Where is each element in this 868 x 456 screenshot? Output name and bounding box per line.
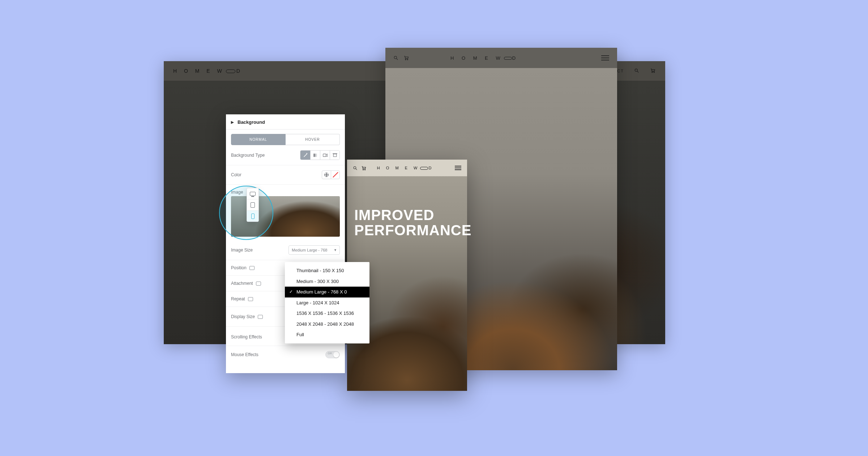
dropdown-option[interactable]: Full [285, 329, 369, 340]
label-image: Image [231, 190, 243, 195]
mobile-icon [251, 214, 255, 219]
responsive-icon[interactable] [249, 266, 255, 270]
svg-point-4 [394, 56, 397, 59]
image-size-select[interactable]: Medium Large - 768 ▼ [288, 245, 340, 255]
tab-hover[interactable]: HOVER [286, 134, 340, 145]
row-background-type: Background Type [226, 145, 345, 165]
brand-text-2: D [428, 166, 434, 170]
caret-right-icon: ▶ [231, 120, 234, 124]
svg-point-6 [405, 59, 406, 60]
hero-line-1: IMPROVED [354, 207, 460, 223]
svg-rect-15 [323, 154, 326, 156]
svg-rect-12 [314, 153, 315, 157]
row-image-label: Image [226, 185, 345, 196]
section-header-background[interactable]: ▶ Background [226, 114, 345, 130]
background-type-group [300, 150, 340, 160]
brand-logo[interactable]: H O M E W D [450, 55, 519, 61]
tablet-icon [251, 202, 255, 208]
toggle-off-text: Off [328, 352, 332, 355]
mobile-topbar: H O M E W D [347, 160, 467, 176]
tab-normal[interactable]: NORMAL [231, 134, 286, 145]
color-none-button[interactable] [331, 171, 339, 179]
state-tabs: NORMAL HOVER [226, 130, 345, 145]
label-image-size: Image Size [231, 248, 253, 253]
search-icon[interactable] [634, 68, 640, 74]
row-color: Color [226, 165, 345, 185]
section-title: Background [238, 119, 265, 125]
label-color: Color [231, 172, 241, 177]
toggle-knob [333, 352, 339, 358]
responsive-icon[interactable] [258, 315, 263, 319]
svg-point-2 [652, 72, 653, 73]
label-position: Position [231, 265, 255, 270]
bgtype-video-button[interactable] [320, 151, 330, 160]
brand-logo[interactable]: H O M E W D [377, 166, 434, 170]
svg-point-3 [654, 72, 654, 73]
svg-rect-14 [316, 153, 317, 157]
label-display-size-text: Display Size [231, 314, 255, 319]
brand-logo[interactable]: H O M E W D [173, 68, 243, 74]
label-background-type: Background Type [231, 153, 265, 158]
dropdown-option-selected[interactable]: Medium Large - 768 X 0 [285, 287, 369, 297]
color-global-button[interactable] [322, 171, 331, 179]
svg-point-7 [407, 59, 408, 60]
device-desktop-option[interactable] [247, 188, 258, 199]
image-size-dropdown: Thumbnail - 150 X 150 Medium - 300 X 300… [285, 262, 369, 343]
brand-text-1: H O M E W [173, 68, 225, 74]
search-icon[interactable] [353, 166, 358, 170]
brand-text-1: H O M E W [450, 55, 504, 61]
row-mouse-effects: Mouse Effects Off [226, 346, 345, 363]
svg-line-5 [397, 59, 398, 60]
hero-heading: IMPROVED PERFORMANCE [354, 207, 460, 238]
label-attachment: Attachment [231, 281, 261, 286]
hero-line-2: PERFORMANCE [354, 223, 460, 238]
cart-icon[interactable] [361, 166, 367, 170]
label-attachment-text: Attachment [231, 281, 253, 286]
svg-point-0 [635, 69, 637, 71]
dropdown-option[interactable]: 2048 X 2048 - 2048 X 2048 [285, 319, 369, 330]
svg-point-11 [365, 169, 365, 170]
svg-point-8 [354, 166, 356, 169]
no-color-icon [333, 172, 338, 178]
svg-point-10 [363, 169, 364, 170]
brand-oval-icon [504, 57, 512, 60]
dropdown-option[interactable]: Large - 1024 X 1024 [285, 297, 369, 308]
cart-icon[interactable] [650, 68, 656, 74]
bgtype-classic-button[interactable] [300, 151, 310, 160]
hamburger-menu-icon[interactable] [601, 55, 609, 60]
search-icon[interactable] [393, 55, 398, 60]
dropdown-option[interactable]: Medium - 300 X 300 [285, 276, 369, 287]
svg-line-9 [356, 169, 357, 170]
globe-icon [324, 173, 329, 177]
row-image-size: Image Size Medium Large - 768 ▼ [226, 240, 345, 260]
brand-text-2: D [236, 68, 243, 74]
color-control [322, 170, 340, 179]
label-display-size: Display Size [231, 314, 263, 319]
bgtype-slideshow-button[interactable] [330, 151, 339, 160]
device-tablet-option[interactable] [247, 199, 258, 210]
label-position-text: Position [231, 265, 247, 270]
tablet-topbar: H O M E W D [385, 48, 617, 68]
image-size-value: Medium Large - 768 [292, 248, 327, 252]
responsive-icon[interactable] [248, 297, 253, 301]
device-mobile-option[interactable] [247, 210, 258, 221]
image-preview-wrap [226, 196, 345, 240]
svg-rect-16 [333, 154, 337, 157]
label-repeat-text: Repeat [231, 296, 245, 301]
desktop-icon [250, 192, 256, 196]
svg-rect-13 [315, 153, 316, 157]
svg-line-1 [637, 71, 639, 73]
responsive-device-popover [247, 188, 259, 222]
dropdown-option[interactable]: Thumbnail - 150 X 150 [285, 265, 369, 276]
dropdown-option[interactable]: 1536 X 1536 - 1536 X 1536 [285, 308, 369, 319]
responsive-icon[interactable] [256, 282, 261, 286]
cart-icon[interactable] [403, 55, 409, 60]
brand-text-2: D [512, 55, 519, 61]
chevron-down-icon: ▼ [334, 248, 337, 252]
brand-oval-icon [226, 69, 235, 73]
label-repeat: Repeat [231, 296, 253, 301]
label-mouse-effects: Mouse Effects [231, 352, 258, 357]
mouse-effects-toggle[interactable]: Off [325, 351, 340, 358]
hamburger-menu-icon[interactable] [455, 166, 461, 170]
bgtype-gradient-button[interactable] [310, 151, 320, 160]
